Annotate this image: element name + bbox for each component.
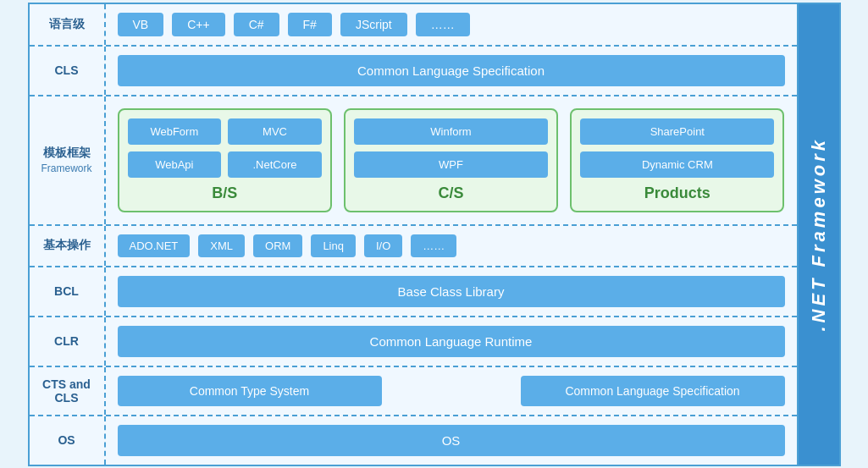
lang-vb: VB	[118, 13, 164, 36]
lang-jscript: JScript	[340, 13, 407, 36]
fw-mvc: MVC	[228, 118, 322, 145]
lang-fsharp: F#	[288, 13, 332, 36]
ops-more: ……	[411, 234, 456, 257]
cls-body: Common Language Specification	[106, 47, 797, 95]
basicops-row: 基本操作 ADO.NET XML ORM Linq I/O ……	[30, 226, 797, 267]
language-row: 语言级 VB C++ C# F# JScript ……	[30, 4, 797, 47]
ops-linq: Linq	[311, 234, 356, 257]
clr-bar: Common Language Runtime	[118, 326, 785, 357]
os-body: OS	[106, 416, 797, 465]
products-group: SharePoint Dynamic CRM Products	[570, 108, 784, 212]
fw-winform: Winform	[354, 118, 548, 145]
bcl-bar: Base Class Library	[118, 276, 785, 307]
cts-body: Common Type System Common Language Speci…	[106, 367, 797, 415]
fw-webform: WebForm	[128, 118, 222, 145]
right-sidebar: .NET Framework	[797, 4, 839, 465]
fw-wpf: WPF	[354, 151, 548, 178]
cts-label: CTS and CLS	[30, 367, 106, 415]
cts-bar: Common Type System	[118, 376, 382, 406]
ops-io: I/O	[364, 234, 402, 257]
bcl-row: BCL Base Class Library	[30, 267, 797, 317]
cs-group: Winform WPF C/S	[344, 108, 558, 212]
ops-xml: XML	[198, 234, 245, 257]
bs-group: WebForm MVC WebApi .NetCore B/S	[118, 108, 332, 212]
bs-inner: WebForm MVC WebApi .NetCore	[128, 118, 322, 178]
os-row: OS OS	[30, 416, 797, 465]
main-content: 语言级 VB C++ C# F# JScript …… CLS Common L…	[30, 4, 797, 465]
basicops-body: ADO.NET XML ORM Linq I/O ……	[106, 226, 797, 266]
os-bar: OS	[118, 425, 785, 456]
cls-label: CLS	[30, 47, 106, 95]
language-body: VB C++ C# F# JScript ……	[106, 4, 797, 45]
cs-label: C/S	[354, 184, 548, 202]
basicops-label: 基本操作	[30, 226, 106, 266]
fw-sharepoint: SharePoint	[580, 118, 774, 145]
framework-body: WebForm MVC WebApi .NetCore B/S Winform …	[106, 96, 797, 224]
framework-row: 模板框架 Framework WebForm MVC WebApi .NetCo…	[30, 96, 797, 226]
cls-bar-bottom: Common Language Specification	[521, 376, 785, 406]
clr-body: Common Language Runtime	[106, 317, 797, 366]
bcl-body: Base Class Library	[106, 267, 797, 316]
sidebar-title: .NET Framework	[808, 137, 830, 332]
ops-orm: ORM	[253, 234, 302, 257]
cls-bar: Common Language Specification	[118, 55, 785, 86]
fw-dynamiccrm: Dynamic CRM	[580, 151, 774, 178]
cts-row: CTS and CLS Common Type System Common La…	[30, 367, 797, 416]
lang-cpp: C++	[172, 13, 224, 36]
ops-adonet: ADO.NET	[118, 234, 191, 257]
clr-row: CLR Common Language Runtime	[30, 317, 797, 367]
lang-more: ……	[416, 13, 470, 36]
fw-webapi: WebApi	[128, 151, 222, 178]
lang-csharp: C#	[234, 13, 279, 36]
bs-label: B/S	[128, 184, 322, 202]
language-label: 语言级	[30, 4, 106, 45]
bcl-label: BCL	[30, 267, 106, 316]
clr-label: CLR	[30, 317, 106, 366]
fw-netcore: .NetCore	[228, 151, 322, 178]
net-framework-diagram: 语言级 VB C++ C# F# JScript …… CLS Common L…	[28, 3, 841, 466]
cls-row: CLS Common Language Specification	[30, 47, 797, 96]
os-label: OS	[30, 416, 106, 465]
framework-label: 模板框架 Framework	[30, 96, 106, 224]
products-label: Products	[580, 184, 774, 202]
